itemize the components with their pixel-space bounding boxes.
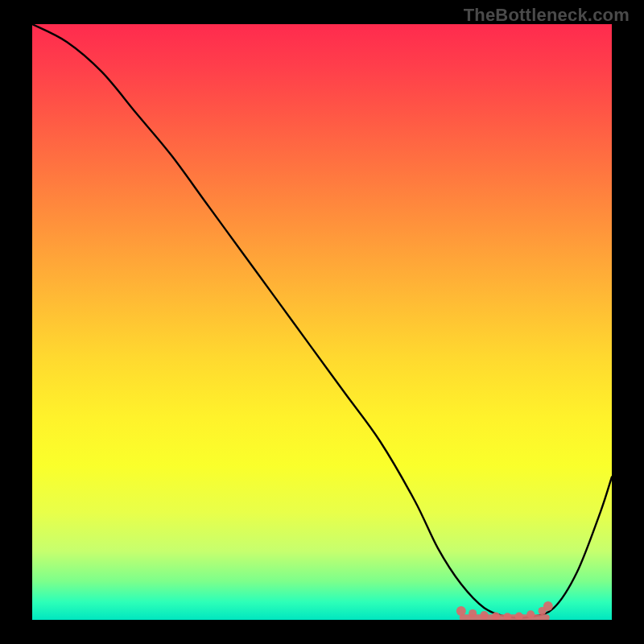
watermark-text: TheBottleneck.com [464, 5, 630, 26]
marker-dot [526, 610, 535, 618]
marker-dot [543, 601, 553, 611]
marker-dot [515, 613, 523, 620]
marker-dot [456, 606, 466, 616]
marker-dot [503, 613, 511, 620]
chart-svg [32, 24, 612, 620]
marker-group [456, 601, 553, 620]
chart-frame: TheBottleneck.com [0, 0, 644, 644]
marker-dot [481, 611, 489, 619]
plot-area [32, 24, 612, 620]
marker-dot [469, 609, 477, 617]
bottleneck-curve [32, 24, 612, 618]
